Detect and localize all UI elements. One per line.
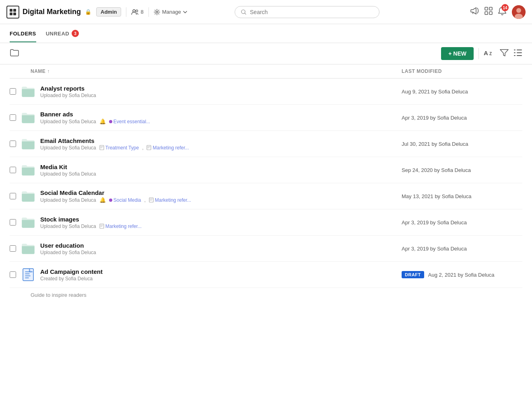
table-row[interactable]: Social Media Calendar Uploaded by Sofia … (10, 183, 522, 209)
svg-rect-21 (517, 55, 522, 56)
members-button[interactable]: 8 (131, 9, 143, 15)
members-icon (131, 9, 138, 15)
tab-unread[interactable]: UNREAD 3 (46, 24, 79, 43)
row-checkbox[interactable] (10, 167, 16, 173)
uploader-text: Uploaded by Sofia Deluca (40, 250, 96, 255)
file-name[interactable]: Social Media Calendar (40, 189, 397, 196)
file-name[interactable]: Email Attachments (40, 137, 397, 144)
header-divider-1 (126, 7, 126, 17)
table-row[interactable]: Banner ads Uploaded by Sofia Deluca 🔔 Ev… (10, 105, 522, 131)
folder-nav-icon[interactable] (10, 49, 19, 59)
table-row[interactable]: Email Attachments Uploaded by Sofia Delu… (10, 131, 522, 157)
uploader-text: Uploaded by Sofia Deluca (40, 145, 96, 151)
table-row[interactable]: Media Kit Uploaded by Sofia Deluca Sep 2… (10, 157, 522, 183)
file-name[interactable]: Analyst reports (40, 85, 397, 92)
svg-rect-20 (514, 52, 516, 53)
tag-separator: , (144, 197, 145, 203)
manage-button[interactable]: Manage (154, 9, 187, 15)
grid-button[interactable] (485, 7, 493, 17)
new-button[interactable]: + NEW (441, 47, 474, 60)
tab-folders[interactable]: FOLDERS (10, 25, 36, 42)
unread-badge: 3 (72, 30, 79, 37)
tag-dot-label[interactable]: Social Media (109, 197, 141, 203)
modified-cell: Apr 3, 2019 by Sofia Deluca (402, 115, 522, 121)
file-icon (21, 189, 35, 203)
row-checkbox[interactable] (10, 219, 16, 226)
toolbar: + NEW A Z (0, 43, 532, 64)
modified-date: Sep 24, 2020 by Sofia Deluca (402, 167, 471, 173)
tag-dot-label[interactable]: Event essential... (109, 119, 150, 124)
partial-row: Guide to inspire readers (10, 288, 522, 300)
search-input[interactable] (250, 9, 373, 15)
file-name[interactable]: Media Kit (40, 164, 397, 170)
file-info: Media Kit Uploaded by Sofia Deluca (40, 164, 397, 177)
modified-date: Jul 30, 2021 by Sofia Deluca (402, 141, 468, 147)
avatar[interactable] (512, 5, 526, 19)
megaphone-button[interactable] (470, 7, 479, 17)
filter-button[interactable] (500, 49, 509, 59)
table-row[interactable]: User education Uploaded by Sofia Deluca … (10, 236, 522, 262)
tag-doc-label[interactable]: Marketing refer... (99, 224, 142, 229)
workspace-name: Digital Marketing (23, 8, 81, 16)
admin-badge[interactable]: Admin (96, 7, 121, 17)
svg-text:Z: Z (489, 52, 492, 56)
file-info: Banner ads Uploaded by Sofia Deluca 🔔 Ev… (40, 111, 397, 124)
file-name[interactable]: Stock images (40, 216, 397, 223)
svg-point-6 (156, 11, 158, 13)
chevron-down-icon (183, 11, 187, 13)
tag-doc-label[interactable]: Marketing refer... (146, 145, 189, 151)
modified-date: May 13, 2021 by Sofia Deluca (402, 193, 471, 199)
file-icon (21, 267, 35, 282)
row-checkbox[interactable] (10, 271, 16, 278)
file-info: Stock images Uploaded by Sofia Deluca Ma… (40, 216, 397, 229)
svg-rect-0 (10, 9, 12, 12)
tag-doc-label[interactable]: Marketing refer... (149, 197, 191, 203)
table-row[interactable]: Stock images Uploaded by Sofia Deluca Ma… (10, 209, 522, 236)
modified-cell: DRAFTAug 2, 2021 by Sofia Deluca (402, 271, 522, 278)
avatar-image (512, 5, 526, 19)
uploader-text: Uploaded by Sofia Deluca (40, 197, 96, 203)
modified-cell: Jul 30, 2021 by Sofia Deluca (402, 141, 522, 147)
row-checkbox[interactable] (10, 114, 16, 121)
modified-date: Apr 3, 2019 by Sofia Deluca (402, 219, 467, 226)
workspace-logo: Digital Marketing 🔒 (6, 6, 91, 19)
notification-badge: 14 (501, 4, 509, 11)
file-icon (21, 241, 35, 256)
table-row[interactable]: Analyst reports Uploaded by Sofia Deluca… (10, 79, 522, 105)
svg-rect-27 (23, 269, 33, 281)
file-icon (21, 110, 35, 125)
lock-icon: 🔒 (85, 9, 91, 15)
file-info: Social Media Calendar Uploaded by Sofia … (40, 189, 397, 203)
file-info: Analyst reports Uploaded by Sofia Deluca (40, 85, 397, 98)
row-checkbox[interactable] (10, 88, 16, 95)
file-icon (21, 215, 35, 230)
view-toggle-button[interactable] (513, 49, 522, 58)
modified-date: Apr 3, 2019 by Sofia Deluca (402, 115, 467, 121)
table-row[interactable]: Ad Campaign content Created by Sofia Del… (10, 262, 522, 288)
svg-rect-19 (517, 52, 522, 53)
row-checkbox[interactable] (10, 245, 16, 252)
file-name[interactable]: User education (40, 242, 397, 249)
header: Digital Marketing 🔒 Admin 8 Manage (0, 0, 532, 24)
file-name[interactable]: Banner ads (40, 111, 397, 118)
sort-button[interactable]: A Z (484, 48, 495, 59)
tag-doc-label[interactable]: Treatment Type (99, 145, 139, 151)
header-divider-2 (148, 7, 149, 17)
search-input-wrap[interactable] (235, 6, 379, 18)
svg-rect-17 (517, 50, 522, 50)
notification-button[interactable]: 14 (498, 6, 506, 17)
svg-point-5 (136, 10, 138, 12)
tab-folders-label: FOLDERS (10, 31, 36, 37)
file-name[interactable]: Ad Campaign content (40, 268, 397, 275)
tabs-bar: FOLDERS UNREAD 3 (0, 24, 532, 43)
file-meta: Uploaded by Sofia Deluca 🔔 Social Media,… (40, 197, 397, 203)
file-meta: Uploaded by Sofia Deluca 🔔 Event essenti… (40, 118, 397, 124)
table-header: NAME ↑ LAST MODIFIED (10, 64, 522, 79)
row-checkbox[interactable] (10, 141, 16, 147)
svg-rect-3 (13, 12, 16, 15)
col-modified-header: LAST MODIFIED (402, 68, 522, 74)
search-bar (235, 6, 379, 18)
svg-rect-22 (514, 55, 516, 56)
modified-cell: Sep 24, 2020 by Sofia Deluca (402, 167, 522, 173)
row-checkbox[interactable] (10, 193, 16, 199)
